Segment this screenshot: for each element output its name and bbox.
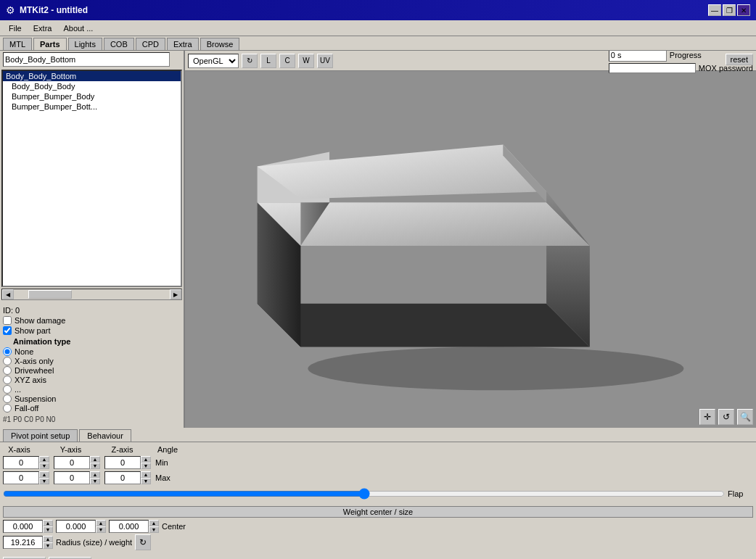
tree-item-1[interactable]: Body_Body_Body	[3, 81, 181, 91]
weight-y-up[interactable]: ▲	[96, 520, 106, 526]
max-x-up[interactable]: ▲	[39, 471, 49, 478]
tab-parts[interactable]: Parts	[33, 38, 67, 50]
rotate-icon[interactable]: ↺	[718, 409, 734, 425]
3d-viewport[interactable]: OpenGL Software ↻ L C W UV Progress MOX …	[185, 51, 756, 428]
tab-cob[interactable]: COB	[104, 38, 134, 50]
tab-pivot-setup[interactable]: Pivot point setup	[3, 429, 78, 442]
anim-drive-radio[interactable]	[3, 366, 12, 375]
anim-xaxis-radio[interactable]	[3, 357, 12, 365]
weight-x-down[interactable]: ▼	[43, 526, 53, 533]
close-button[interactable]: ✕	[737, 4, 750, 16]
show-part-checkbox[interactable]	[3, 326, 12, 335]
weight-z-down[interactable]: ▼	[149, 526, 159, 533]
min-x-up[interactable]: ▲	[39, 456, 49, 463]
x-axis-label: X-axis	[3, 445, 36, 454]
weight-y-input[interactable]	[56, 520, 96, 533]
min-row: ▲ ▼ ▲ ▼ ▲ ▼ Min	[3, 456, 753, 469]
tree-item-0[interactable]: Body_Body_Bottom	[3, 71, 181, 81]
min-z-input[interactable]	[104, 456, 141, 469]
radius-input[interactable]	[3, 536, 43, 549]
menu-about[interactable]: About ...	[57, 22, 99, 34]
radius-down[interactable]: ▼	[43, 542, 53, 549]
nav-c-button[interactable]: C	[279, 54, 295, 68]
animation-type-label: Animation type	[13, 337, 181, 346]
min-z-up[interactable]: ▲	[141, 456, 151, 463]
weight-y-down[interactable]: ▼	[96, 526, 106, 533]
parts-tree[interactable]: Body_Body_Bottom Body_Body_Body Bumper_B…	[1, 70, 182, 287]
reset-button[interactable]: reset	[726, 54, 753, 65]
weight-inputs-row: ▲ ▼ ▲ ▼ ▲ ▼ Center	[3, 520, 753, 533]
window-controls: — ❐ ✕	[708, 4, 750, 16]
anim-falloff-row: Fall-off	[3, 404, 181, 413]
restore-button[interactable]: ❐	[723, 4, 736, 16]
anim-none-radio[interactable]	[3, 347, 12, 356]
refresh-viewport-button[interactable]: ↻	[242, 54, 258, 68]
max-y-up[interactable]: ▲	[90, 471, 100, 478]
tab-cpd[interactable]: CPD	[136, 38, 165, 50]
radius-row: ▲ ▼ Radius (size) / weight ↻	[3, 534, 753, 550]
min-y-spinner: ▲ ▼	[90, 456, 100, 469]
weight-z-up[interactable]: ▲	[149, 520, 159, 526]
menu-bar: File Extra About ...	[0, 20, 756, 36]
tab-extra[interactable]: Extra	[167, 38, 199, 50]
anim-dots-row: ...	[3, 385, 181, 394]
tab-behaviour[interactable]: Behaviour	[79, 429, 131, 442]
renderer-select[interactable]: OpenGL Software	[188, 54, 239, 68]
min-z-down[interactable]: ▼	[141, 463, 151, 469]
max-x-input[interactable]	[3, 471, 39, 484]
scroll-right-arrow[interactable]: ▶	[170, 289, 181, 299]
weight-z-input[interactable]	[109, 520, 149, 533]
menu-extra[interactable]: Extra	[28, 22, 58, 34]
radius-up[interactable]: ▲	[43, 536, 53, 542]
menu-file[interactable]: File	[3, 22, 28, 34]
anim-susp-radio[interactable]	[3, 394, 12, 403]
refresh-weight-button[interactable]: ↻	[135, 534, 151, 550]
anim-xaxis-label: X-axis only	[15, 357, 54, 365]
show-damage-row: Show damage	[3, 316, 181, 325]
move-icon[interactable]: ✛	[699, 409, 715, 425]
weight-x-up[interactable]: ▲	[43, 520, 53, 526]
minimize-button[interactable]: —	[708, 4, 721, 16]
max-x-down[interactable]: ▼	[39, 478, 49, 484]
max-y-down[interactable]: ▼	[90, 478, 100, 484]
scroll-left-arrow[interactable]: ◀	[2, 289, 14, 299]
z-axis-label: Z-axis	[106, 445, 139, 454]
tab-browse[interactable]: Browse	[200, 38, 240, 50]
anim-falloff-radio[interactable]	[3, 404, 12, 413]
min-y-input[interactable]	[54, 456, 90, 469]
max-y-input[interactable]	[54, 471, 90, 484]
tree-scrollbar[interactable]: ◀ ▶	[1, 289, 182, 300]
zoom-icon[interactable]: 🔍	[737, 409, 753, 425]
anim-xyz-radio[interactable]	[3, 376, 12, 384]
scroll-thumb[interactable]	[28, 290, 72, 299]
max-z-group: ▲ ▼	[104, 471, 151, 484]
min-x-group: ▲ ▼	[3, 456, 49, 469]
progress-time-input[interactable]	[609, 51, 667, 62]
min-x-input[interactable]	[3, 456, 39, 469]
show-damage-checkbox[interactable]	[3, 316, 12, 325]
max-z-up[interactable]: ▲	[141, 471, 151, 478]
anim-dots-radio[interactable]	[3, 385, 12, 394]
tab-mtl[interactable]: MTL	[3, 38, 32, 50]
max-z-down[interactable]: ▼	[141, 478, 151, 484]
weight-x-input[interactable]	[3, 520, 43, 533]
min-y-down[interactable]: ▼	[90, 463, 100, 469]
max-z-input[interactable]	[104, 471, 141, 484]
tree-item-3[interactable]: Bumper_Bumper_Bott...	[3, 102, 181, 112]
min-x-down[interactable]: ▼	[39, 463, 49, 469]
nav-l-button[interactable]: L	[260, 54, 276, 68]
part-name-input[interactable]	[3, 52, 170, 67]
tree-item-2[interactable]: Bumper_Bumper_Body	[3, 91, 181, 102]
nav-w-button[interactable]: W	[298, 54, 314, 68]
weight-title: Weight center / size	[3, 506, 753, 518]
min-y-up[interactable]: ▲	[90, 456, 100, 463]
flap-row: Flap	[3, 488, 753, 500]
tab-lights[interactable]: Lights	[68, 38, 102, 50]
nav-uv-button[interactable]: UV	[317, 54, 333, 68]
weight-section: Weight center / size ▲ ▼ ▲ ▼ ▲	[3, 506, 753, 552]
left-panel: Body_Body_Bottom Body_Body_Body Bumper_B…	[0, 51, 185, 428]
window-title: MTKit2 - untitled	[20, 5, 88, 15]
max-z-spinner: ▲ ▼	[141, 471, 151, 484]
anim-none-label: None	[15, 347, 33, 356]
flap-slider[interactable]	[3, 488, 725, 500]
